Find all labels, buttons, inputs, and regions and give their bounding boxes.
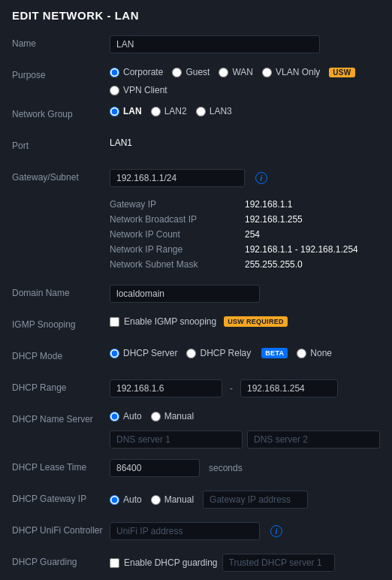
purpose-label: Purpose [12,67,110,80]
dhcp-lease-input[interactable] [110,459,200,477]
dhcp-range-separator: - [230,383,233,394]
dhcp-name-server-radio-group: Auto Manual [110,411,194,421]
igmp-checkbox[interactable] [110,317,119,327]
purpose-wan-label: WAN [232,67,253,77]
purpose-content: Corporate Guest WAN VLAN Only USW [110,67,380,95]
dhcp-mode-content: DHCP Server DHCP Relay BETA None [110,348,380,358]
vpn-client-row: VPN Client [110,85,380,95]
domain-name-input[interactable] [110,285,260,303]
dhcp-none-option[interactable]: None [297,348,332,358]
dns-auto-option[interactable]: Auto [110,411,142,421]
gateway-input-wrap: i [110,169,267,187]
dhcp-controller-content: i [110,522,380,540]
purpose-option-guest[interactable]: Guest [172,67,210,77]
gateway-manual-option[interactable]: Manual [151,494,194,505]
network-group-lan3[interactable]: LAN3 [196,106,232,116]
dhcp-range-label: DHCP Range [12,379,110,393]
page-title: EDIT NETWORK - LAN [12,9,380,22]
gateway-ip-value: 192.168.1.1 [245,199,292,210]
purpose-corporate-label: Corporate [123,67,163,77]
network-group-radio-group: LAN LAN2 LAN3 [110,106,232,116]
purpose-option-corporate[interactable]: Corporate [110,67,163,77]
ip-count-value: 254 [245,229,260,240]
dns-auto-label: Auto [123,411,142,421]
dhcp-guarding-row: DHCP Guarding Enable DHCP guarding USW R… [12,554,380,580]
igmp-content: Enable IGMP snooping USW REQUIRED [110,316,380,327]
name-input[interactable] [110,35,320,53]
dhcp-none-label: None [310,348,332,358]
name-label: Name [12,35,110,49]
igmp-row: IGMP Snooping Enable IGMP snooping USW R… [12,316,380,337]
ip-range-value: 192.168.1.1 - 192.168.1.254 [245,244,358,255]
dhcp-name-server-row: DHCP Name Server Auto Manual [12,411,380,449]
dhcp-relay-beta-badge: BETA [261,348,288,358]
dhcp-server-option[interactable]: DHCP Server [110,348,177,358]
dhcp-server-label: DHCP Server [123,348,177,358]
gateway-auto-option[interactable]: Auto [110,494,142,505]
gateway-subnet-label: Gateway/Subnet [12,169,110,183]
trusted-dhcp-input[interactable] [222,554,335,572]
dhcp-guarding-checkbox-label: Enable DHCP guarding [124,557,218,568]
dns-manual-label: Manual [164,411,194,421]
dhcp-relay-option[interactable]: DHCP Relay [186,348,251,358]
port-content: LAN1 [110,137,380,148]
controller-info-icon[interactable]: i [270,525,282,537]
purpose-guest-label: Guest [185,67,210,77]
gateway-subnet-row: Gateway/Subnet i Gateway IP 192.168.1.1 … [12,169,380,274]
domain-name-content [110,285,380,303]
dns-server1-input[interactable] [110,430,243,449]
gateway-ip-label: Gateway IP [110,199,245,210]
port-row: Port LAN1 [12,137,380,159]
dhcp-mode-radio-group: DHCP Server DHCP Relay BETA None [110,348,332,358]
purpose-row: Purpose Corporate Guest WAN VLAN Only [12,67,380,95]
network-group-lan[interactable]: LAN [110,106,142,116]
dhcp-mode-row: DHCP Mode DHCP Server DHCP Relay BETA No… [12,348,380,369]
dhcp-lease-content: seconds [110,459,380,477]
dhcp-controller-row: DHCP UniFi Controller i [12,522,380,543]
gateway-subnet-content: i Gateway IP 192.168.1.1 Network Broadca… [110,169,380,274]
dhcp-range-start-input[interactable] [110,379,222,397]
purpose-vlan-label: VLAN Only [276,67,320,77]
name-content [110,35,380,53]
purpose-option-wan[interactable]: WAN [219,67,253,77]
dhcp-gateway-row: DHCP Gateway IP Auto Manual [12,491,380,512]
purpose-option-vpn[interactable]: VPN Client [110,85,380,95]
vlan-usw-badge: USW [329,68,354,77]
dhcp-relay-label: DHCP Relay [200,348,251,358]
igmp-checkbox-item[interactable]: Enable IGMP snooping [110,316,216,327]
dhcp-name-server-content: Auto Manual [110,411,380,449]
network-group-lan2-label: LAN2 [164,106,187,116]
dhcp-name-server-label: DHCP Name Server [12,411,110,424]
purpose-radio-group: Corporate Guest WAN VLAN Only USW [110,67,355,77]
network-group-lan2[interactable]: LAN2 [151,106,187,116]
igmp-checkbox-label: Enable IGMP snooping [124,316,216,327]
dhcp-mode-label: DHCP Mode [12,348,110,361]
dhcp-guarding-checkbox[interactable] [110,558,119,568]
dhcp-guarding-label: DHCP Guarding [12,554,110,567]
broadcast-ip-value: 192.168.1.255 [245,214,303,225]
network-group-lan-label: LAN [123,106,142,116]
network-group-row: Network Group LAN LAN2 LAN3 [12,106,380,127]
dns-inputs-row [110,430,380,449]
dhcp-gateway-label: DHCP Gateway IP [12,491,110,504]
gateway-ip-input[interactable] [203,491,308,509]
ip-count-label: Network IP Count [110,229,245,240]
dhcp-controller-input[interactable] [110,522,260,540]
dns-server2-input[interactable] [247,430,380,449]
domain-name-label: Domain Name [12,285,110,298]
dns-manual-option[interactable]: Manual [151,411,194,421]
port-label: Port [12,137,110,151]
dhcp-guarding-checkbox-item[interactable]: Enable DHCP guarding [110,557,218,568]
subnet-mask-label: Network Subnet Mask [110,259,245,270]
network-group-label: Network Group [12,106,110,119]
dhcp-lease-row: DHCP Lease Time seconds [12,459,380,480]
gateway-subnet-input[interactable] [110,169,245,187]
dhcp-guarding-content: Enable DHCP guarding USW REQUIRED [110,554,380,580]
gateway-info-icon[interactable]: i [255,172,267,184]
dhcp-range-row: DHCP Range - [12,379,380,400]
dhcp-range-end-input[interactable] [240,379,338,397]
purpose-option-vlan[interactable]: VLAN Only [262,67,320,77]
network-group-lan3-label: LAN3 [210,106,232,116]
dhcp-gateway-radio-group: Auto Manual [110,491,308,509]
network-group-content: LAN LAN2 LAN3 [110,106,380,116]
